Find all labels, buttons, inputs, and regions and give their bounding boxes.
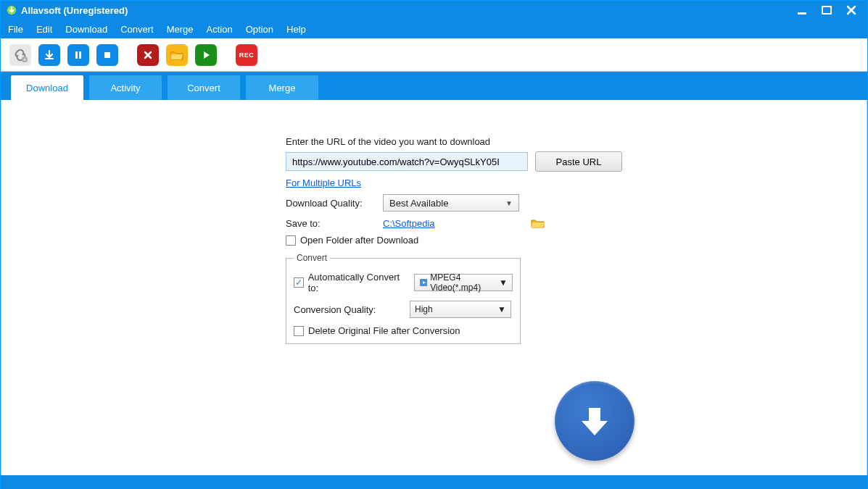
chevron-down-icon: ▼ <box>499 277 508 288</box>
url-input[interactable] <box>286 152 528 171</box>
menu-file[interactable]: File <box>8 24 23 35</box>
download-arrow-icon <box>43 49 56 62</box>
menubar: File Edit Download Convert Merge Action … <box>1 20 867 38</box>
x-icon <box>141 49 154 62</box>
svg-rect-2 <box>822 7 831 14</box>
folder-open-icon[interactable] <box>531 217 545 229</box>
tab-activity[interactable]: Activity <box>89 75 162 100</box>
download-arrow-icon <box>574 401 615 441</box>
toolbar-delete-button[interactable] <box>137 44 159 66</box>
auto-convert-label: Automatically Convert to: <box>308 272 410 293</box>
convert-format-value: MPEG4 Video(*.mp4) <box>430 272 499 293</box>
save-path-link[interactable]: C:\Softpedia <box>383 218 435 229</box>
video-file-icon <box>419 277 428 288</box>
open-folder-checkbox[interactable] <box>286 235 296 246</box>
svg-rect-7 <box>104 52 110 58</box>
save-to-label: Save to: <box>286 218 383 229</box>
conversion-quality-value: High <box>415 304 433 314</box>
content-area: Enter the URL of the video you want to d… <box>1 100 867 475</box>
rec-label: REC <box>239 51 255 59</box>
open-folder-label: Open Folder after Download <box>300 235 418 246</box>
window-title: Allavsoft (Unregistered) <box>21 5 128 16</box>
toolbar-stop-button[interactable] <box>96 44 118 66</box>
convert-group: Convert Automatically Convert to: MPEG4 … <box>286 253 521 344</box>
url-label: Enter the URL of the video you want to d… <box>286 136 634 147</box>
tab-download[interactable]: Download <box>11 75 83 100</box>
auto-convert-checkbox[interactable] <box>294 277 304 288</box>
svg-rect-5 <box>75 51 78 59</box>
conversion-quality-label: Conversion Quality: <box>294 304 405 315</box>
delete-original-checkbox[interactable] <box>294 326 304 336</box>
download-quality-dropdown[interactable]: Best Available ▼ <box>383 194 519 212</box>
toolbar-link-button[interactable]: + <box>9 44 31 66</box>
toolbar-pause-button[interactable] <box>67 44 89 66</box>
svg-text:+: + <box>23 57 27 62</box>
big-download-button[interactable] <box>555 381 635 461</box>
download-quality-value: Best Available <box>389 198 448 209</box>
toolbar: + REC <box>1 38 867 72</box>
stop-icon <box>101 49 114 62</box>
tab-merge[interactable]: Merge <box>246 75 318 100</box>
menu-edit[interactable]: Edit <box>36 24 52 35</box>
multiple-urls-link[interactable]: For Multiple URLs <box>286 177 361 188</box>
statusbar <box>1 475 867 489</box>
toolbar-record-button[interactable]: REC <box>236 44 257 66</box>
chain-link-icon: + <box>13 48 28 62</box>
convert-legend: Convert <box>294 253 330 263</box>
chevron-down-icon: ▼ <box>505 199 513 207</box>
toolbar-play-button[interactable] <box>195 44 217 66</box>
minimize-icon[interactable] <box>796 4 808 16</box>
pause-icon <box>72 49 85 62</box>
folder-icon <box>170 49 184 62</box>
menu-merge[interactable]: Merge <box>167 24 194 35</box>
play-icon <box>199 49 212 62</box>
convert-format-dropdown[interactable]: MPEG4 Video(*.mp4) ▼ <box>414 274 513 291</box>
menu-help[interactable]: Help <box>286 24 306 35</box>
menu-action[interactable]: Action <box>207 24 233 35</box>
menu-convert[interactable]: Convert <box>120 24 154 35</box>
chevron-down-icon: ▼ <box>497 304 506 314</box>
toolbar-folder-button[interactable] <box>166 44 188 66</box>
toolbar-download-button[interactable] <box>38 44 60 66</box>
conversion-quality-dropdown[interactable]: High ▼ <box>410 301 511 318</box>
menu-option[interactable]: Option <box>246 24 273 35</box>
svg-rect-6 <box>79 51 81 59</box>
close-icon[interactable] <box>846 4 857 16</box>
menu-download[interactable]: Download <box>65 24 107 35</box>
titlebar: Allavsoft (Unregistered) <box>1 1 867 20</box>
tab-convert[interactable]: Convert <box>168 75 240 100</box>
paste-url-button[interactable]: Paste URL <box>535 151 622 172</box>
svg-rect-1 <box>798 12 806 14</box>
delete-original-label: Delete Original File after Conversion <box>308 325 460 336</box>
maximize-icon[interactable] <box>821 4 832 16</box>
app-icon <box>7 5 17 15</box>
tabbar: Download Activity Convert Merge <box>1 72 867 100</box>
download-quality-label: Download Quality: <box>286 198 383 209</box>
